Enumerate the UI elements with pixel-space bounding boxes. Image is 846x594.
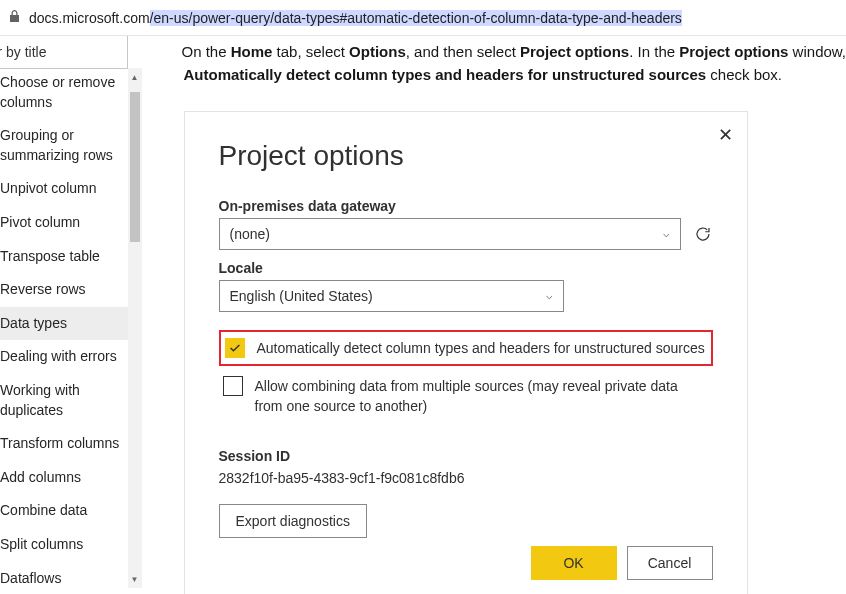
- sidebar-item[interactable]: Choose or remove columns: [0, 66, 142, 119]
- url-text: docs.microsoft.com/en-us/power-query/dat…: [29, 10, 682, 26]
- sidebar-item[interactable]: Add columns: [0, 461, 142, 495]
- sidebar: Filter by title Choose or remove columns…: [0, 36, 142, 594]
- gateway-label: On-premises data gateway: [219, 198, 713, 214]
- locale-label: Locale: [219, 260, 713, 276]
- article-text: On the Home tab, select Options, and the…: [184, 36, 847, 87]
- sidebar-scrollbar[interactable]: ▲ ▼: [128, 68, 142, 588]
- main-content: On the Home tab, select Options, and the…: [142, 36, 847, 594]
- chevron-down-icon: ⌵: [546, 289, 553, 302]
- locale-select[interactable]: English (United States) ⌵: [219, 280, 564, 312]
- autodetect-checkbox-row[interactable]: Automatically detect column types and he…: [219, 330, 713, 366]
- close-icon[interactable]: ✕: [718, 124, 733, 146]
- checkbox-checked-icon[interactable]: [225, 338, 245, 358]
- allow-combining-checkbox-row[interactable]: Allow combining data from multiple sourc…: [219, 370, 713, 423]
- sidebar-item[interactable]: Split columns: [0, 528, 142, 562]
- ok-button[interactable]: OK: [531, 546, 617, 580]
- export-diagnostics-button[interactable]: Export diagnostics: [219, 504, 367, 538]
- sidebar-item[interactable]: Working with duplicates: [0, 374, 142, 427]
- sidebar-item[interactable]: Data types: [0, 307, 142, 341]
- chevron-down-icon: ⌵: [663, 227, 670, 240]
- filter-input[interactable]: Filter by title: [0, 36, 128, 69]
- checkbox-unchecked-icon[interactable]: [223, 376, 243, 396]
- cancel-button[interactable]: Cancel: [627, 546, 713, 580]
- refresh-icon[interactable]: [693, 224, 713, 244]
- gateway-select[interactable]: (none) ⌵: [219, 218, 681, 250]
- sidebar-item[interactable]: Grouping or summarizing rows: [0, 119, 142, 172]
- sidebar-item[interactable]: Transpose table: [0, 240, 142, 274]
- sidebar-item[interactable]: Combine data: [0, 494, 142, 528]
- sidebar-item[interactable]: Unpivot column: [0, 172, 142, 206]
- session-id-value: 2832f10f-ba95-4383-9cf1-f9c081c8fdb6: [219, 470, 713, 486]
- scroll-up-icon[interactable]: ▲: [128, 70, 142, 84]
- sidebar-item[interactable]: Dealing with errors: [0, 340, 142, 374]
- sidebar-item[interactable]: Reverse rows: [0, 273, 142, 307]
- project-options-dialog: ✕ Project options On-premises data gatew…: [184, 111, 748, 595]
- lock-icon: [8, 9, 21, 27]
- scrollbar-thumb[interactable]: [130, 92, 140, 242]
- sidebar-item[interactable]: Pivot column: [0, 206, 142, 240]
- browser-url-bar[interactable]: docs.microsoft.com/en-us/power-query/dat…: [0, 0, 846, 36]
- scroll-down-icon[interactable]: ▼: [128, 572, 142, 586]
- sidebar-item[interactable]: Dataflows: [0, 562, 142, 591]
- session-id-label: Session ID: [219, 448, 713, 464]
- sidebar-item[interactable]: Transform columns: [0, 427, 142, 461]
- dialog-title: Project options: [219, 140, 713, 172]
